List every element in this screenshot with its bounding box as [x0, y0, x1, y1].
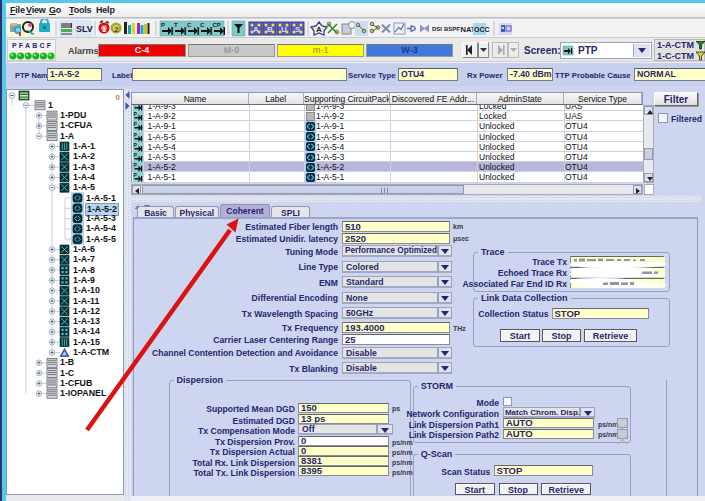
svg-text:C: C	[200, 22, 205, 28]
svg-text:C: C	[187, 22, 192, 28]
svg-text:DSI: DSI	[432, 26, 442, 32]
svg-text:A: A	[316, 25, 322, 34]
svg-text:OCC: OCC	[474, 26, 490, 33]
svg-text:T: T	[174, 22, 178, 28]
svg-text:B: B	[267, 25, 273, 34]
svg-text:CP: CP	[213, 22, 221, 28]
svg-text:BSPF: BSPF	[444, 26, 460, 32]
svg-text:A: A	[253, 25, 259, 34]
svg-text:P: P	[161, 22, 165, 28]
svg-text:S: S	[295, 25, 301, 34]
svg-text:U: U	[281, 25, 287, 34]
